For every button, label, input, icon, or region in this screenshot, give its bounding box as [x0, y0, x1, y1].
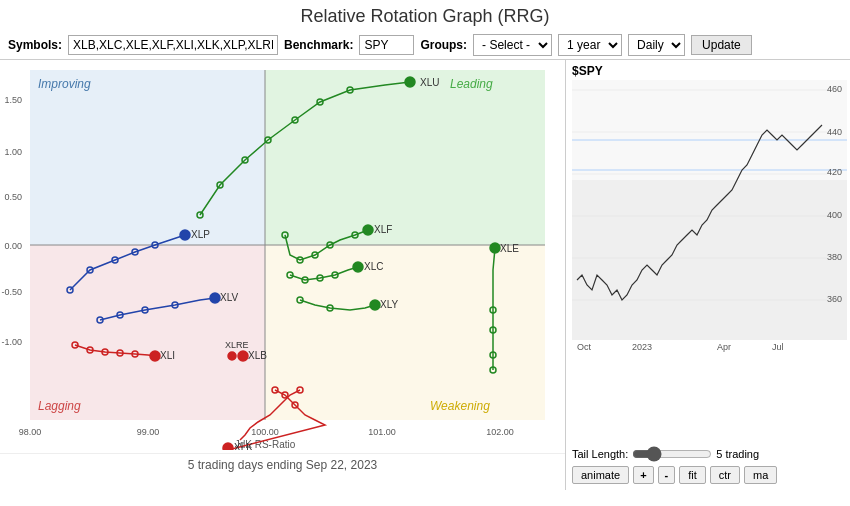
svg-text:XLU: XLU: [420, 77, 439, 88]
svg-point-32: [363, 225, 373, 235]
svg-text:460: 460: [827, 84, 842, 94]
svg-text:XLI: XLI: [160, 350, 175, 361]
svg-text:420: 420: [827, 167, 842, 177]
svg-text:440: 440: [827, 127, 842, 137]
svg-text:0.50: 0.50: [4, 192, 22, 202]
svg-text:XLY: XLY: [380, 299, 398, 310]
svg-point-68: [150, 351, 160, 361]
tail-length-value: 5 trading: [716, 448, 759, 460]
tail-length-slider[interactable]: [632, 446, 712, 462]
svg-text:101.00: 101.00: [368, 427, 396, 437]
svg-text:XLC: XLC: [364, 261, 383, 272]
zoom-in-button[interactable]: +: [633, 466, 653, 484]
svg-point-72: [228, 352, 236, 360]
improving-label: Improving: [38, 77, 91, 91]
toolbar: Symbols: Benchmark: Groups: - Select - 1…: [0, 31, 850, 60]
svg-text:Jul: Jul: [772, 342, 784, 352]
spy-price-chart: 460 440 420 400 380 360 Oct 2023 Apr: [572, 80, 847, 442]
svg-text:XLB: XLB: [248, 350, 267, 361]
svg-point-42: [370, 300, 380, 310]
page-title: Relative Rotation Graph (RRG): [0, 0, 850, 31]
svg-text:XLRE: XLRE: [225, 340, 249, 350]
svg-text:400: 400: [827, 210, 842, 220]
svg-rect-2: [30, 245, 265, 420]
main-area: Improving Leading Lagging Weakening 1.50…: [0, 60, 850, 490]
svg-text:XLK: XLK: [234, 442, 253, 450]
svg-text:100.00: 100.00: [251, 427, 279, 437]
leading-label: Leading: [450, 77, 493, 91]
lagging-label: Lagging: [38, 399, 81, 413]
svg-text:Apr: Apr: [717, 342, 731, 352]
interval-select[interactable]: Daily: [628, 34, 685, 56]
symbols-label: Symbols:: [8, 38, 62, 52]
fit-button[interactable]: fit: [679, 466, 706, 484]
timeframe-select[interactable]: 1 year: [558, 34, 622, 56]
symbols-input[interactable]: [68, 35, 278, 55]
svg-point-25: [405, 77, 415, 87]
weakening-label: Weakening: [430, 399, 490, 413]
svg-text:102.00: 102.00: [486, 427, 514, 437]
update-button[interactable]: Update: [691, 35, 752, 55]
rrg-chart[interactable]: Improving Leading Lagging Weakening 1.50…: [0, 60, 565, 450]
benchmark-label: Benchmark:: [284, 38, 353, 52]
svg-rect-3: [265, 245, 545, 420]
right-panel: $SPY 460 440 420 400 380 360: [566, 60, 850, 490]
ctr-button[interactable]: ctr: [710, 466, 740, 484]
svg-text:XLV: XLV: [220, 292, 238, 303]
svg-text:1.50: 1.50: [4, 95, 22, 105]
svg-text:0.00: 0.00: [4, 241, 22, 251]
svg-text:-1.00: -1.00: [1, 337, 22, 347]
svg-point-61: [210, 293, 220, 303]
svg-text:98.00: 98.00: [19, 427, 42, 437]
svg-rect-0: [30, 70, 265, 245]
svg-text:360: 360: [827, 294, 842, 304]
svg-text:XLF: XLF: [374, 224, 392, 235]
spy-label: $SPY: [572, 64, 847, 78]
animate-button[interactable]: animate: [572, 466, 629, 484]
svg-text:380: 380: [827, 252, 842, 262]
ma-button[interactable]: ma: [744, 466, 777, 484]
svg-point-38: [353, 262, 363, 272]
svg-point-70: [238, 351, 248, 361]
rrg-container: Improving Leading Lagging Weakening 1.50…: [0, 60, 566, 490]
tail-length-label: Tail Length:: [572, 448, 628, 460]
zoom-out-button[interactable]: -: [658, 466, 676, 484]
svg-text:XLE: XLE: [500, 243, 519, 254]
svg-point-55: [180, 230, 190, 240]
controls-row: animate + - fit ctr ma: [572, 466, 847, 484]
svg-text:2023: 2023: [632, 342, 652, 352]
groups-select[interactable]: - Select -: [473, 34, 552, 56]
svg-text:Oct: Oct: [577, 342, 592, 352]
tail-length-row: Tail Length: 5 trading: [572, 446, 847, 462]
svg-rect-81: [572, 180, 847, 340]
svg-rect-1: [265, 70, 545, 245]
svg-text:99.00: 99.00: [137, 427, 160, 437]
groups-label: Groups:: [420, 38, 467, 52]
rrg-footer: 5 trading days ending Sep 22, 2023: [0, 453, 565, 476]
svg-text:XLP: XLP: [191, 229, 210, 240]
benchmark-input[interactable]: [359, 35, 414, 55]
svg-text:1.00: 1.00: [4, 147, 22, 157]
svg-point-78: [223, 443, 233, 450]
svg-text:-0.50: -0.50: [1, 287, 22, 297]
